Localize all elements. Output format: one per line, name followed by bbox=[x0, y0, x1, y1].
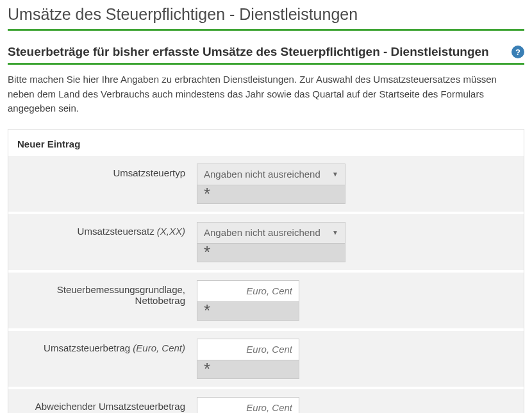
label-bemessung: Steuerbemessungsgrundlage, Nettobetrag bbox=[17, 280, 197, 306]
section-header: Steuerbeträge für bisher erfasste Umsätz… bbox=[8, 45, 524, 65]
chevron-down-icon: ▼ bbox=[332, 229, 338, 236]
input-abweichend[interactable] bbox=[197, 397, 299, 414]
page-title: Umsätze des Steuerpflichtigen - Dienstle… bbox=[8, 5, 524, 31]
input-bemessung[interactable] bbox=[197, 280, 299, 302]
new-entry-box: Neuer Eintrag Umsatzsteuertyp Angaben ni… bbox=[8, 129, 524, 414]
control-ust-betrag: * bbox=[197, 339, 345, 379]
input-ust-betrag[interactable] bbox=[197, 339, 299, 360]
select-ust-satz-value: Angaben nicht ausreichend bbox=[204, 227, 320, 238]
label-ust-typ: Umsatzsteuertyp bbox=[17, 164, 197, 178]
row-ust-satz: Umsatzsteuersatz (X,XX) Angaben nicht au… bbox=[8, 214, 524, 270]
row-ust-betrag: Umsatzsteuerbetrag (Euro, Cent) * bbox=[8, 331, 524, 387]
row-bemessung: Steuerbemessungsgrundlage, Nettobetrag * bbox=[8, 273, 524, 328]
select-ust-typ[interactable]: Angaben nicht ausreichend ▼ bbox=[197, 164, 345, 185]
mandatory-ust-typ: * bbox=[197, 185, 345, 204]
select-ust-typ-value: Angaben nicht ausreichend bbox=[204, 169, 320, 180]
label-abweichend: Abweichender Umsatzsteuerbetrag bbox=[17, 397, 197, 412]
chevron-down-icon: ▼ bbox=[332, 171, 338, 178]
help-icon[interactable]: ? bbox=[511, 46, 524, 58]
select-ust-satz[interactable]: Angaben nicht ausreichend ▼ bbox=[197, 222, 345, 244]
mandatory-ust-betrag: * bbox=[197, 360, 299, 379]
mandatory-ust-satz: * bbox=[197, 244, 345, 262]
control-ust-satz: Angaben nicht ausreichend ▼ * bbox=[197, 222, 345, 262]
section-title: Steuerbeträge für bisher erfasste Umsätz… bbox=[8, 45, 489, 59]
mandatory-bemessung: * bbox=[197, 302, 299, 321]
control-bemessung: * bbox=[197, 280, 345, 321]
entry-title: Neuer Eintrag bbox=[8, 136, 524, 156]
row-ust-typ: Umsatzsteuertyp Angaben nicht ausreichen… bbox=[8, 156, 524, 212]
intro-text: Bitte machen Sie hier Ihre Angaben zu er… bbox=[8, 72, 524, 116]
label-ust-satz: Umsatzsteuersatz (X,XX) bbox=[17, 222, 197, 237]
control-abweichend bbox=[197, 397, 345, 414]
control-ust-typ: Angaben nicht ausreichend ▼ * bbox=[197, 164, 345, 204]
row-abweichend: Abweichender Umsatzsteuerbetrag bbox=[8, 389, 524, 414]
label-ust-betrag: Umsatzsteuerbetrag (Euro, Cent) bbox=[17, 339, 197, 353]
